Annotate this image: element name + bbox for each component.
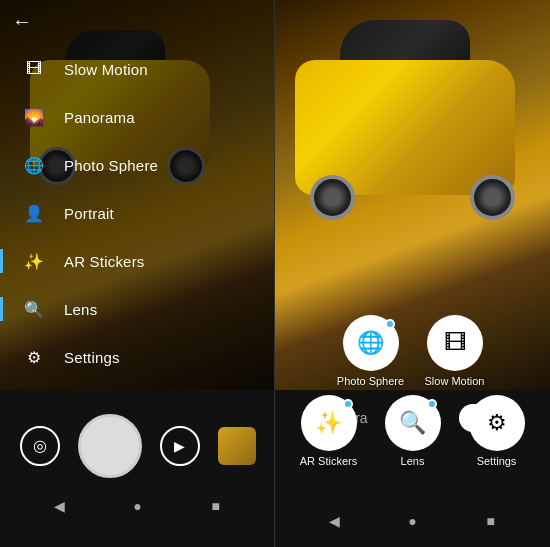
settings-icon: ⚙ [20, 343, 48, 371]
camera-mode-icon: ◎ [33, 436, 47, 455]
lens-icon: 🔍 [20, 295, 48, 323]
nav-back-icon: ◀ [54, 498, 65, 514]
ar-stickers-circle: ✨ [301, 395, 357, 451]
nav-back-icon-right: ◀ [329, 513, 340, 529]
slow-motion-label: Slow Motion [64, 61, 148, 78]
nav-home-icon: ● [133, 498, 141, 514]
panorama-icon: 🌄 [20, 103, 48, 131]
photo-sphere-dot [385, 319, 395, 329]
ar-stickers-label-right: AR Stickers [300, 455, 357, 467]
more-row-2: ✨ AR Stickers 🔍 Lens ⚙ Settings [285, 395, 540, 467]
gallery-thumbnail[interactable] [218, 427, 256, 465]
settings-label: Settings [64, 349, 120, 366]
camera-mode-menu: 🎞 Slow Motion 🌄 Panorama 🌐 Photo Sphere … [0, 45, 274, 381]
more-item-slow-motion[interactable]: 🎞 Slow Motion [419, 315, 491, 387]
photo-sphere-icon-right: 🌐 [357, 330, 384, 356]
back-icon: ← [12, 10, 32, 32]
nav-home-button[interactable]: ● [127, 496, 147, 516]
nav-recents-icon-right: ■ [487, 513, 495, 529]
slow-motion-label-right: Slow Motion [425, 375, 485, 387]
panorama-label: Panorama [64, 109, 135, 126]
bottom-bar-left: ◎ ▶ ◀ ● ■ [0, 390, 275, 547]
menu-item-ar-stickers[interactable]: ✨ AR Stickers [0, 237, 274, 285]
menu-item-panorama[interactable]: 🌄 Panorama [0, 93, 274, 141]
more-modes-grid: 🌐 Photo Sphere 🎞 Slow Motion ✨ AR Sticke… [275, 305, 550, 467]
settings-label-right: Settings [477, 455, 517, 467]
video-mode-button[interactable]: ▶ [160, 426, 200, 466]
lens-circle: 🔍 [385, 395, 441, 451]
photo-sphere-label-right: Photo Sphere [337, 375, 404, 387]
settings-circle: ⚙ [469, 395, 525, 451]
shutter-button[interactable] [78, 414, 142, 478]
nav-back-button-right[interactable]: ◀ [324, 511, 344, 531]
nav-home-button-right[interactable]: ● [402, 511, 422, 531]
ar-stickers-icon-right: ✨ [315, 410, 342, 436]
lens-dot [427, 399, 437, 409]
back-button[interactable]: ← [12, 10, 32, 33]
nav-home-icon-right: ● [408, 513, 416, 529]
more-row-1: 🌐 Photo Sphere 🎞 Slow Motion [285, 315, 540, 387]
car-image-right [290, 20, 535, 220]
nav-recents-icon: ■ [212, 498, 220, 514]
lens-label: Lens [64, 301, 97, 318]
ar-stickers-icon: ✨ [20, 247, 48, 275]
slow-motion-icon: 🎞 [20, 55, 48, 83]
slow-motion-circle: 🎞 [427, 315, 483, 371]
ar-stickers-label: AR Stickers [64, 253, 145, 270]
more-item-photo-sphere[interactable]: 🌐 Photo Sphere [335, 315, 407, 387]
more-item-ar-stickers[interactable]: ✨ AR Stickers [293, 395, 365, 467]
nav-bar-right: ◀ ● ■ [275, 503, 550, 539]
menu-item-settings[interactable]: ⚙ Settings [0, 333, 274, 381]
settings-icon-right: ⚙ [487, 410, 507, 436]
video-icon: ▶ [174, 438, 185, 454]
ar-stickers-dot [343, 399, 353, 409]
more-item-settings[interactable]: ⚙ Settings [461, 395, 533, 467]
camera-mode-button[interactable]: ◎ [20, 426, 60, 466]
nav-bar-left: ◀ ● ■ [0, 488, 275, 524]
camera-controls: ◎ ▶ [20, 414, 256, 478]
lens-icon-right: 🔍 [399, 410, 426, 436]
photo-sphere-label: Photo Sphere [64, 157, 158, 174]
menu-item-slow-motion[interactable]: 🎞 Slow Motion [0, 45, 274, 93]
portrait-icon: 👤 [20, 199, 48, 227]
slow-motion-icon-right: 🎞 [444, 330, 466, 356]
portrait-label: Portrait [64, 205, 114, 222]
nav-recents-button-right[interactable]: ■ [481, 511, 501, 531]
left-panel: ← 🎞 Slow Motion 🌄 Panorama 🌐 Photo Spher… [0, 0, 275, 547]
right-panel: 🌐 Photo Sphere 🎞 Slow Motion ✨ AR Sticke… [275, 0, 550, 547]
photo-sphere-circle: 🌐 [343, 315, 399, 371]
menu-item-lens[interactable]: 🔍 Lens [0, 285, 274, 333]
nav-back-button[interactable]: ◀ [49, 496, 69, 516]
lens-label-right: Lens [401, 455, 425, 467]
more-item-lens[interactable]: 🔍 Lens [377, 395, 449, 467]
menu-item-photo-sphere[interactable]: 🌐 Photo Sphere [0, 141, 274, 189]
photo-sphere-icon: 🌐 [20, 151, 48, 179]
menu-item-portrait[interactable]: 👤 Portrait [0, 189, 274, 237]
nav-recents-button[interactable]: ■ [206, 496, 226, 516]
